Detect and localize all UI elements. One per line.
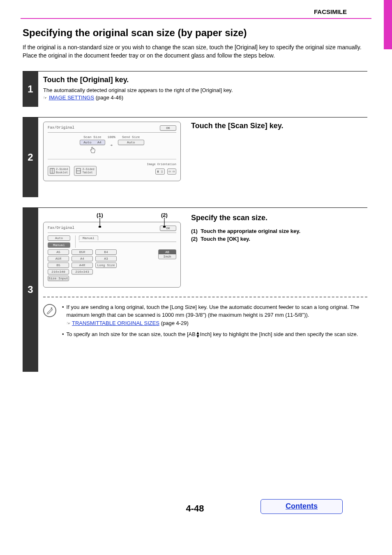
- section-title: FACSIMILE: [314, 8, 347, 15]
- scan-size-button[interactable]: Auto A4: [80, 140, 105, 145]
- size-long[interactable]: Long Size: [95, 263, 117, 268]
- step2-heading: Touch the [Scan Size] key.: [191, 122, 283, 130]
- svg-rect-7: [163, 226, 166, 228]
- updown-arrow-icon: ▲▼: [196, 332, 200, 338]
- panel-title: Fax/Original: [48, 126, 74, 130]
- pointer-icon: ☞: [67, 321, 71, 326]
- intro-paragraph: If the original is a non-standard size o…: [23, 44, 367, 60]
- step-number: 1: [23, 71, 38, 106]
- step-1: 1 Touch the [Original] key. The automati…: [23, 71, 367, 106]
- ab-inch-toggle[interactable]: AB Inch: [158, 249, 176, 259]
- arrow-icon: ➔: [110, 139, 113, 148]
- size-a4r[interactable]: A4R: [71, 263, 93, 268]
- note-1: • If you are sending a long original, to…: [62, 303, 367, 327]
- size-a3[interactable]: A3: [95, 256, 117, 261]
- hand-cursor-icon: [89, 147, 96, 155]
- scan-size-label: Scan Size: [83, 135, 101, 139]
- contents-button[interactable]: Contents: [261, 499, 343, 514]
- step1-body: The automatically detected original size…: [43, 87, 367, 101]
- size-216x343[interactable]: 216x343: [71, 269, 93, 274]
- send-size-label: Send Size: [122, 135, 140, 139]
- pointer-icon: ☞: [43, 95, 47, 100]
- auto-button[interactable]: Auto: [48, 235, 70, 241]
- callout-row: (1) (2): [43, 212, 181, 221]
- step3-instr2: (2) Touch the [OK] key.: [191, 235, 300, 243]
- callout-2: (2): [161, 212, 168, 218]
- manual-button[interactable]: Manual: [48, 242, 70, 248]
- note-divider: [43, 297, 367, 297]
- note-2: • To specify an Inch size for the scan s…: [62, 330, 367, 339]
- orientation-landscape-button[interactable]: ▭ ▭: [167, 168, 176, 175]
- orientation-portrait-button[interactable]: ▮ ▯: [155, 168, 164, 175]
- booklet-icon: [50, 168, 55, 174]
- fax-original-panel: Fax/Original OK Scan Size Auto A4 100% ➔: [43, 122, 181, 181]
- size-a5r[interactable]: A5R: [48, 256, 69, 261]
- manual-tab[interactable]: Manual: [83, 236, 95, 240]
- step1-link-suffix: (page 4-46): [94, 94, 123, 101]
- section-color-tab: [384, 0, 392, 49]
- note-icon: [43, 304, 56, 317]
- page-header: FACSIMILE: [21, 0, 371, 19]
- transmittable-sizes-link[interactable]: TRANSMITTABLE ORIGINAL SIZES: [72, 320, 159, 326]
- two-sided-booklet-button[interactable]: 2-Sided Booklet: [48, 166, 70, 176]
- step3-instr1: (1) Touch the appropriate original size …: [191, 228, 300, 235]
- size-b5r[interactable]: B5R: [71, 249, 93, 255]
- callout-lines: [43, 218, 181, 228]
- size-b4[interactable]: B4: [95, 249, 117, 255]
- size-a4[interactable]: A4: [71, 256, 93, 261]
- size-b5[interactable]: B5: [48, 263, 69, 268]
- step-2: 2 Fax/Original OK Scan Size Auto A4: [23, 117, 367, 197]
- pct-label: 100%: [108, 135, 115, 139]
- tablet-icon: [76, 168, 81, 174]
- page-title: Specifying the original scan size (by pa…: [23, 27, 367, 39]
- size-input-button[interactable]: Size Input: [48, 276, 69, 281]
- size-a5[interactable]: A5: [48, 249, 69, 255]
- callout-1: (1): [97, 212, 103, 218]
- step3-heading: Specify the scan size.: [191, 212, 300, 224]
- step1-body-text: The automatically detected original size…: [43, 87, 233, 93]
- image-settings-link[interactable]: IMAGE SETTINGS: [49, 94, 95, 101]
- svg-rect-5: [99, 226, 101, 228]
- step-number: 2: [23, 117, 38, 197]
- size-select-panel: Fax/Original OK Auto Manual Manual: [43, 222, 181, 288]
- two-sided-tablet-button[interactable]: 2-Sided Tablet: [74, 166, 96, 176]
- image-orientation-label: Image Orientation: [48, 163, 176, 166]
- step1-heading: Touch the [Original] key.: [43, 76, 367, 84]
- send-size-button[interactable]: Auto: [118, 140, 144, 145]
- step-3: 3 (1) (2): [23, 207, 367, 372]
- step-number: 3: [23, 208, 38, 372]
- ok-button[interactable]: OK: [160, 125, 176, 131]
- size-216x340[interactable]: 216x340: [48, 269, 69, 274]
